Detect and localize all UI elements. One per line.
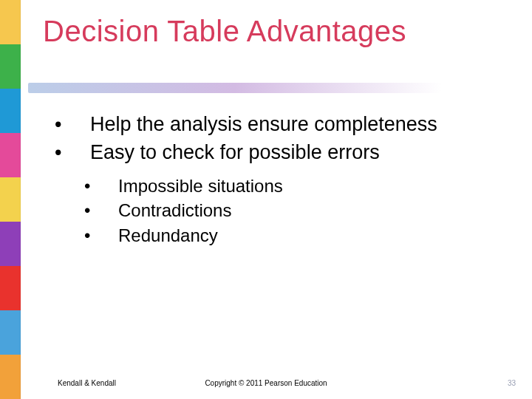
bullet-level2: •Redundancy xyxy=(100,223,501,248)
bullet-dot-icon: • xyxy=(100,174,118,199)
stripe-block xyxy=(0,355,21,399)
title-underline xyxy=(28,83,442,93)
bullet-dot-icon: • xyxy=(100,198,118,223)
stripe-block xyxy=(0,266,21,310)
bullet-level1: •Easy to check for possible errors xyxy=(72,139,501,166)
bullet-text: Redundancy xyxy=(118,225,218,245)
stripe-block xyxy=(0,89,21,133)
bullet-level1: •Help the analysis ensure completeness xyxy=(72,111,501,137)
bullet-text: Easy to check for possible errors xyxy=(90,141,380,163)
bullet-text: Contradictions xyxy=(118,200,231,220)
bullet-text: Help the analysis ensure completeness xyxy=(90,113,437,135)
stripe-block xyxy=(0,177,21,222)
slide-body: •Help the analysis ensure completeness •… xyxy=(72,111,501,248)
decorative-stripe xyxy=(0,0,21,399)
slide-title: Decision Table Advantages xyxy=(43,15,406,48)
footer-copyright: Copyright © 2011 Pearson Education xyxy=(0,379,532,387)
bullet-level2: •Contradictions xyxy=(100,198,501,223)
footer-page-number: 33 xyxy=(508,379,516,387)
slide: Decision Table Advantages •Help the anal… xyxy=(0,0,532,399)
stripe-block xyxy=(0,133,21,177)
bullet-level2: •Impossible situations xyxy=(100,174,501,199)
sub-bullet-group: •Impossible situations •Contradictions •… xyxy=(100,174,501,248)
stripe-block xyxy=(0,44,21,89)
bullet-dot-icon: • xyxy=(100,223,118,248)
stripe-block xyxy=(0,0,21,44)
bullet-text: Impossible situations xyxy=(118,176,283,196)
bullet-dot-icon: • xyxy=(72,111,90,137)
stripe-block xyxy=(0,310,21,355)
bullet-dot-icon: • xyxy=(72,139,90,166)
stripe-block xyxy=(0,222,21,266)
